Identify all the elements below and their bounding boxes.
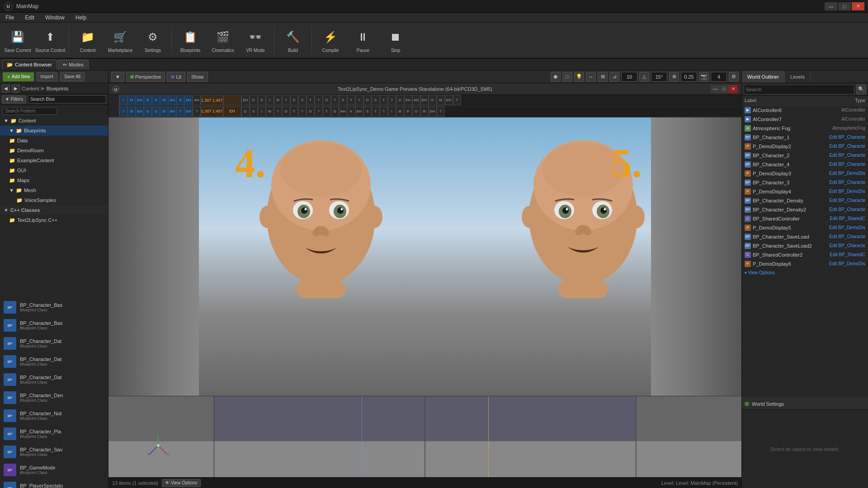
phoneme-cell[interactable]: S: [258, 95, 266, 105]
settings-button[interactable]: ⚙ Settings: [137, 24, 169, 56]
phoneme-cell[interactable]: S: [298, 95, 307, 105]
save-current-button[interactable]: 💾 Save Current: [2, 24, 33, 56]
lit-button[interactable]: Lit: [167, 72, 185, 82]
outliner-item[interactable]: BP BP_Character_Density2 Edit BP_Charact…: [742, 205, 868, 214]
back-button[interactable]: ◀: [2, 84, 10, 93]
vp-icon-angle[interactable]: △: [639, 72, 649, 82]
viewport-3d[interactable]: 4. 5.: [108, 117, 741, 396]
phoneme-cell[interactable]: EH: [420, 95, 429, 105]
outliner-item[interactable]: BP BP_Character_4 Edit BP_Characte: [742, 160, 868, 169]
pause-button[interactable]: ⏸ Pause: [347, 24, 379, 56]
phoneme-cell[interactable]: S: [176, 95, 184, 105]
phoneme-cell[interactable]: M: [160, 106, 168, 117]
outliner-item-edit[interactable]: Edit BP_Characte: [830, 153, 866, 158]
phoneme-cell[interactable]: EH: [184, 95, 193, 105]
preview-close[interactable]: ✕: [729, 85, 738, 93]
phoneme-cell[interactable]: D: [429, 95, 437, 105]
phoneme-cell[interactable]: D: [250, 95, 258, 105]
phoneme-cell[interactable]: AH: [339, 106, 347, 117]
preview-maximize[interactable]: □: [720, 85, 729, 93]
view-options-button[interactable]: 👁 View Options: [162, 479, 201, 487]
outliner-item-edit[interactable]: Edit BP_Characte: [830, 243, 866, 248]
outliner-item[interactable]: P P_DemoDisplay4 Edit BP_DemoDis: [742, 187, 868, 196]
phoneme-cell[interactable]: S: [250, 106, 258, 117]
phoneme-cell[interactable]: ?: [453, 95, 461, 105]
phoneme-cell[interactable]: P: [404, 106, 412, 117]
tree-item-voicesamples[interactable]: 📁 VoiceSamples: [0, 195, 108, 205]
compile-button[interactable]: ⚡ Compile: [315, 24, 346, 56]
tree-item-data[interactable]: 📁 Data: [0, 136, 108, 145]
forward-button[interactable]: ▶: [12, 84, 20, 93]
phoneme-cell[interactable]: T: [307, 95, 315, 105]
camera-input[interactable]: [711, 72, 727, 82]
list-item[interactable]: BP BP_Character_Den Blueprint Class: [0, 389, 108, 407]
phoneme-cell[interactable]: EH: [136, 95, 144, 105]
phoneme-cell[interactable]: EH: [241, 95, 250, 105]
tree-item-content[interactable]: ▼ 📁 Content: [0, 116, 108, 126]
phoneme-cell[interactable]: 1.307 1.457: [201, 106, 223, 117]
menu-window[interactable]: Window: [43, 14, 66, 22]
phoneme-cell[interactable]: S: [363, 106, 372, 117]
outliner-item-edit[interactable]: Edit BP_Characte: [830, 162, 866, 167]
phoneme-cell[interactable]: R: [420, 106, 429, 117]
outliner-item[interactable]: A Atmospheric Fog AtmosphericFog: [742, 124, 868, 133]
outliner-item-edit[interactable]: Edit BP_DemoDis: [829, 189, 865, 194]
phoneme-cell[interactable]: T: [347, 95, 355, 105]
search-blue-input[interactable]: [28, 95, 106, 103]
list-item[interactable]: BP BP_Character_Dat Blueprint Class: [0, 352, 108, 371]
list-item[interactable]: BP BP_Character_Pla Blueprint Class: [0, 425, 108, 443]
phoneme-cell[interactable]: M: [274, 95, 282, 105]
phoneme-cell[interactable]: AH: [168, 106, 176, 117]
tab-content-browser[interactable]: 📂 Content Browser: [2, 60, 57, 70]
viewport-dropdown-button[interactable]: ▼: [111, 72, 124, 82]
phoneme-cell[interactable]: M: [127, 95, 136, 105]
phoneme-cell[interactable]: T: [372, 106, 380, 117]
outliner-item-edit[interactable]: Edit BP_DemoDis: [829, 261, 865, 266]
outliner-item[interactable]: BP BP_Character_Density Edit BP_Characte: [742, 196, 868, 205]
outliner-item-edit[interactable]: Edit BP_DemoDis: [829, 171, 865, 176]
scale-input[interactable]: [681, 72, 697, 82]
outliner-item-edit[interactable]: Edit BP_Characte: [830, 144, 866, 149]
phoneme-cell[interactable]: ?: [331, 95, 339, 105]
outliner-item-edit[interactable]: Edit BP_SharedC: [830, 216, 865, 221]
outliner-item[interactable]: C BP_SharedController Edit BP_SharedC: [742, 214, 868, 223]
phoneme-cell[interactable]: D: [290, 95, 298, 105]
phoneme-cell[interactable]: EH: [404, 95, 412, 105]
menu-edit[interactable]: Edit: [23, 14, 36, 22]
outliner-item[interactable]: P P_DemoDisplay6 Edit BP_DemoDis: [742, 259, 868, 268]
phoneme-cell[interactable]: D: [323, 95, 331, 105]
phoneme-cell[interactable]: D: [241, 106, 250, 117]
phoneme-cell[interactable]: I: [119, 95, 127, 105]
phoneme-cell[interactable]: ?: [380, 106, 388, 117]
phoneme-cell[interactable]: ?: [388, 95, 396, 105]
outliner-item[interactable]: ▶ AIController6 AIController: [742, 106, 868, 115]
tree-item-maps[interactable]: 📁 Maps: [0, 175, 108, 185]
phoneme-cell[interactable]: AH: [168, 95, 176, 105]
phoneme-cell[interactable]: O: [412, 106, 420, 117]
phoneme-cell[interactable]: D: [307, 106, 315, 117]
vp-icon-snap[interactable]: ⊿: [609, 72, 619, 82]
list-item[interactable]: BP BP_Character_Dat Blueprint Class: [0, 334, 108, 352]
list-item[interactable]: BP BP_Character_Dat Blueprint Class: [0, 371, 108, 389]
phoneme-cell[interactable]: AH: [412, 95, 420, 105]
phoneme-cell[interactable]: AH: [193, 95, 201, 105]
phoneme-cell[interactable]: EH: [223, 106, 241, 117]
tab-modes[interactable]: ✏ Modes: [58, 60, 89, 70]
vp-icon-light[interactable]: 💡: [574, 72, 584, 82]
phoneme-cell[interactable]: 1.307 1.457: [201, 95, 223, 105]
list-item[interactable]: BP BP_Character_Not Blueprint Class: [0, 407, 108, 425]
phoneme-cell[interactable]: ?: [355, 95, 363, 105]
menu-help[interactable]: Help: [74, 14, 89, 22]
outliner-item[interactable]: ▶ AIController7 AIController: [742, 115, 868, 124]
outliner-item-edit[interactable]: Edit BP_Characte: [830, 234, 866, 239]
phoneme-cell[interactable]: I: [266, 95, 274, 105]
tree-item-gui[interactable]: 📁 GUI: [0, 165, 108, 175]
vp-icon-settings[interactable]: ⚙: [729, 72, 739, 82]
list-item[interactable]: BP BP_GameMode Blueprint Class: [0, 461, 108, 479]
outliner-item[interactable]: BP BP_Character_SaveLoad2 Edit BP_Charac…: [742, 241, 868, 250]
outliner-item[interactable]: BP BP_Character_SaveLoad Edit BP_Charact…: [742, 232, 868, 241]
phoneme-cell[interactable]: D: [144, 106, 152, 117]
phoneme-cell[interactable]: EH: [429, 106, 437, 117]
maximize-button[interactable]: □: [838, 2, 851, 10]
perspective-button[interactable]: Perspective: [126, 72, 165, 82]
